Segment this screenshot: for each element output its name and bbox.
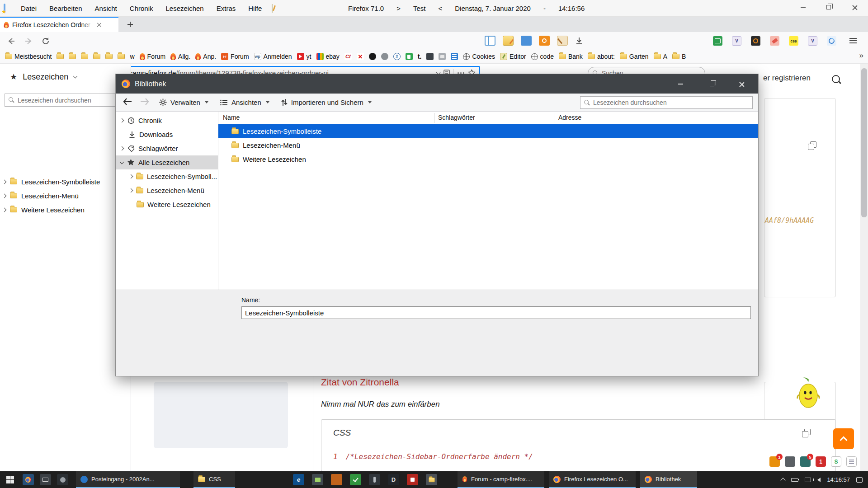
page-scrollbar[interactable] — [860, 64, 868, 471]
views-menu-button[interactable]: Ansichten — [217, 97, 273, 108]
taskbar-app-icon[interactable] — [57, 474, 68, 485]
list-row-symbolleiste[interactable]: Lesezeichen-Symbolleiste — [218, 124, 758, 138]
tab-close-icon[interactable] — [97, 23, 101, 27]
bookmark-green[interactable] — [403, 52, 415, 61]
sidebar-search-input[interactable] — [18, 97, 119, 104]
taskbar-app-icon[interactable] — [331, 474, 342, 485]
taskbar-folder-icon[interactable] — [426, 474, 437, 485]
bookmark-folder-garten[interactable]: Garten — [618, 52, 651, 61]
speaker-icon[interactable] — [817, 478, 821, 482]
bookmark-folder[interactable] — [91, 52, 103, 61]
bookmark-github[interactable] — [367, 52, 378, 61]
library-forward-button[interactable] — [138, 98, 151, 107]
chevron-right-icon[interactable] — [120, 118, 124, 123]
register-link[interactable]: er registrieren — [763, 74, 811, 83]
bookmark-item-anmelden[interactable]: wpAnmelden — [252, 52, 294, 61]
column-name[interactable]: Name — [223, 114, 240, 121]
forward-button[interactable] — [23, 35, 34, 47]
ext-eraser-icon[interactable] — [770, 36, 779, 46]
ext-ring-icon[interactable] — [751, 36, 760, 46]
bookmark-folder-a[interactable]: A — [651, 52, 670, 61]
new-tab-button[interactable] — [125, 19, 136, 30]
bookmark-folder-meistbesucht[interactable]: Meistbesucht — [3, 52, 54, 61]
taskbar-button-bibliothek[interactable]: Bibliothek — [640, 471, 697, 488]
tree-item-downloads[interactable]: Downloads — [116, 127, 218, 141]
tab-firefox-lesezeichen[interactable]: Firefox Lesezeichen Ordner — [0, 17, 118, 32]
scrollbar-thumb[interactable] — [861, 68, 867, 217]
chevron-down-icon[interactable] — [73, 74, 78, 79]
sidebar-item-menu[interactable]: Lesezeichen-Menü — [3, 189, 79, 202]
bookmark-folder[interactable] — [54, 52, 66, 61]
list-row-menu[interactable]: Lesezeichen-Menü — [218, 138, 758, 152]
menu-datei[interactable]: Datei — [14, 5, 43, 12]
sidebar-toggle-icon[interactable] — [485, 36, 495, 46]
taskbar-clock[interactable]: 14:16:57 — [827, 476, 850, 483]
library-back-button[interactable] — [121, 98, 134, 107]
bookmark-code[interactable]: code — [529, 52, 556, 61]
bookmark-campfirefox[interactable]: Cf — [342, 52, 354, 61]
tree-item-symbolleiste[interactable]: Lesezeichen-Symboll... — [116, 169, 218, 183]
tray-badge-icon[interactable]: 1 — [816, 456, 826, 467]
taskbar-d-icon[interactable]: D — [388, 474, 399, 485]
bookmark-x[interactable]: ✕ — [354, 52, 366, 61]
taskbar-app-icon[interactable] — [312, 474, 323, 485]
ext-swirl-icon[interactable] — [827, 36, 836, 46]
sidebar-item-weitere[interactable]: Weitere Lesezeichen — [3, 203, 85, 216]
network-icon[interactable] — [805, 478, 811, 482]
menu-ansicht[interactable]: Ansicht — [89, 5, 123, 12]
tree-item-menu[interactable]: Lesezeichen-Menü — [116, 183, 218, 197]
quote-heading[interactable]: Zitat von Zitronella — [321, 377, 399, 388]
tray-doc-icon[interactable] — [846, 456, 857, 467]
back-button[interactable] — [5, 35, 17, 47]
chevron-right-icon[interactable] — [2, 193, 7, 198]
taskbar-app-icon[interactable] — [407, 474, 418, 485]
ext-v1-icon[interactable]: V — [732, 36, 741, 46]
start-button[interactable] — [5, 474, 16, 485]
library-search-input[interactable] — [593, 99, 749, 106]
sidebar-item-symbolleiste[interactable]: Lesezeichen-Symbolleiste — [3, 175, 100, 188]
bookmark-puzzle[interactable] — [424, 52, 436, 61]
window-minimize-button[interactable] — [793, 0, 813, 14]
bookmark-editor[interactable]: Editor — [498, 52, 528, 61]
tree-item-chronik[interactable]: Chronik — [116, 113, 218, 127]
taskbar-pinned-icon[interactable] — [23, 474, 34, 485]
bookmark-globe-num[interactable]: # — [391, 52, 403, 61]
library-titlebar[interactable]: Bibliothek — [116, 74, 758, 94]
folder-edit-icon[interactable] — [503, 36, 514, 46]
bookmark-item-w[interactable]: w — [127, 52, 137, 61]
reload-button[interactable] — [40, 35, 52, 47]
chevron-right-icon[interactable] — [129, 188, 133, 193]
bookmark-folder[interactable] — [103, 52, 115, 61]
column-adresse[interactable]: Adresse — [558, 114, 581, 121]
list-row-weitere[interactable]: Weitere Lesezeichen — [218, 152, 758, 166]
app-menu-icon[interactable] — [849, 38, 857, 43]
bookmark-folder[interactable] — [66, 52, 78, 61]
column-schlagwoerter[interactable]: Schlagwörter — [438, 114, 475, 121]
taskbar-button-posteingang[interactable]: Posteingang - 2002An... — [76, 471, 180, 488]
chevron-right-icon[interactable] — [129, 174, 133, 179]
bookmark-item-forum2[interactable]: f·fForum — [219, 52, 251, 61]
bookmarks-overflow-chevron[interactable]: » — [859, 51, 863, 60]
bookmark-item-ebay[interactable]: ebay — [314, 52, 342, 61]
menu-lesezeichen[interactable]: Lesezeichen — [159, 5, 210, 12]
notes-pencil-icon[interactable] — [272, 5, 273, 12]
chevron-down-icon[interactable] — [120, 160, 124, 164]
bookmark-folder-about[interactable]: about: — [585, 52, 617, 61]
scroll-to-top-button[interactable] — [833, 428, 854, 449]
bookmark-image[interactable] — [436, 52, 448, 61]
tray-badge-icon[interactable]: 5 — [800, 456, 811, 467]
library-minimize-button[interactable] — [666, 74, 695, 94]
taskbar-button-firefox[interactable]: Firefox Lesezeichen O... — [549, 471, 636, 488]
bookmark-window-icon[interactable] — [4, 5, 5, 12]
downloads-icon[interactable] — [573, 35, 585, 47]
bookmark-folder[interactable] — [115, 52, 127, 61]
bookmark-item-yt[interactable]: yt — [295, 52, 314, 61]
addon-orange-icon[interactable] — [539, 36, 550, 46]
menu-extras[interactable]: Extras — [210, 5, 242, 12]
menu-bearbeiten[interactable]: Bearbeiten — [43, 5, 89, 12]
bookmark-item-forum[interactable]: Forum — [137, 52, 168, 61]
bookmark-window[interactable] — [448, 52, 460, 61]
window-close-button[interactable] — [844, 0, 865, 14]
taskbar-check-icon[interactable] — [350, 474, 361, 485]
taskbar-edge-icon[interactable]: e — [293, 474, 304, 485]
